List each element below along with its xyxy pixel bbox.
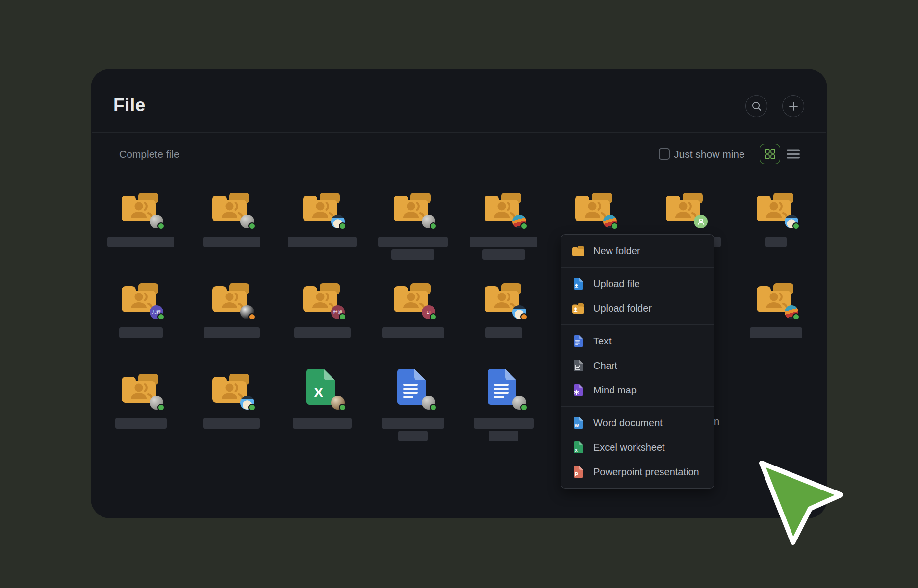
presence-dot: [430, 404, 437, 411]
owner-avatar: [694, 215, 708, 228]
file-grid-item[interactable]: [470, 190, 547, 264]
file-name-skeleton: [765, 237, 787, 247]
file-manager-window: File Complete file Just show mine: [91, 69, 827, 518]
file-grid-item[interactable]: 志程: [107, 281, 184, 354]
file-name-skeleton: [119, 327, 163, 338]
menu-item-label: Mind map: [593, 385, 637, 396]
menu-item-label: Word document: [593, 417, 663, 429]
file-grid-item[interactable]: [198, 190, 275, 264]
menu-item-chart[interactable]: Chart: [561, 353, 714, 378]
document-file-icon: [488, 369, 516, 405]
owner-avatar: [150, 215, 163, 228]
menu-item-text[interactable]: Text: [561, 329, 714, 353]
menu-item-label: Excel worksheet: [593, 442, 665, 453]
owner-avatar: [512, 305, 526, 319]
mind-map-icon: [572, 384, 585, 396]
presence-dot: [520, 222, 528, 230]
svg-text:X: X: [314, 385, 324, 400]
file-name-skeleton: [294, 327, 351, 338]
file-name-skeleton: [378, 237, 448, 247]
menu-item-label: Chart: [593, 360, 617, 371]
chart-icon: [572, 359, 585, 372]
menu-item-upload-file[interactable]: Upload file: [561, 271, 714, 296]
svg-text:w: w: [574, 422, 579, 428]
context-menu: New folder Upload file Upload folder Tex…: [561, 234, 714, 489]
upload-folder-icon: [572, 302, 585, 315]
presence-dot: [248, 404, 255, 411]
presence-dot: [611, 222, 618, 230]
excel-worksheet-icon: x: [572, 441, 585, 454]
menu-item-word-document[interactable]: w Word document: [561, 411, 714, 435]
file-name-skeleton: [288, 237, 357, 247]
upload-file-icon: [572, 277, 585, 290]
menu-item-mind-map[interactable]: Mind map: [561, 378, 714, 402]
menu-item-excel-worksheet[interactable]: x Excel worksheet: [561, 435, 714, 460]
presence-dot: [339, 404, 346, 411]
owner-avatar: [603, 215, 617, 228]
owner-avatar: [240, 215, 254, 228]
menu-item-new-folder[interactable]: New folder: [561, 239, 714, 263]
file-grid-item[interactable]: [107, 371, 184, 445]
presence-dot: [520, 313, 528, 320]
excel-file-icon: X: [306, 369, 335, 405]
menu-item-label: Upload folder: [593, 303, 652, 314]
file-name-skeleton: [489, 431, 518, 441]
file-grid-item[interactable]: X: [289, 371, 365, 445]
file-name-skeleton: [391, 249, 434, 260]
file-name-skeleton: [482, 249, 525, 260]
document-file-icon: [397, 369, 426, 405]
word-document-icon: w: [572, 416, 585, 429]
owner-avatar: [422, 396, 435, 410]
file-name-skeleton: [203, 237, 260, 247]
file-grid-item[interactable]: [380, 371, 456, 445]
file-grid-item[interactable]: LI: [380, 281, 456, 354]
file-name-skeleton: [382, 418, 444, 429]
svg-text:P: P: [575, 471, 578, 477]
file-grid-item[interactable]: [470, 281, 547, 354]
menu-item-upload-folder[interactable]: Upload folder: [561, 296, 714, 320]
file-name-skeleton: [398, 431, 428, 441]
obscured-item-name-fragment: n: [714, 416, 719, 427]
menu-item-label: New folder: [593, 245, 640, 257]
context-menu-group: Upload file Upload folder: [561, 267, 714, 324]
owner-avatar: [512, 396, 526, 410]
presence-dot: [248, 313, 255, 320]
file-grid-item[interactable]: [289, 190, 365, 264]
menu-item-powerpoint-presentation[interactable]: P Powerpoint presentation: [561, 460, 714, 484]
owner-avatar: [240, 305, 254, 319]
file-grid-item[interactable]: [107, 190, 184, 264]
owner-avatar: [240, 396, 254, 410]
text-icon: [572, 335, 585, 347]
owner-avatar: [422, 215, 435, 228]
owner-avatar: 志程: [150, 305, 163, 319]
context-menu-group: New folder: [561, 235, 714, 267]
file-grid-item[interactable]: [198, 371, 275, 445]
owner-avatar: 世旭: [331, 305, 345, 319]
menu-item-label: Upload file: [593, 278, 640, 290]
mouse-cursor: [740, 443, 858, 556]
desktop-background: File Complete file Just show mine: [0, 0, 918, 588]
file-grid-item[interactable]: [198, 281, 275, 354]
file-grid-item[interactable]: [742, 281, 819, 354]
presence-dot: [248, 222, 255, 230]
file-grid-item[interactable]: [380, 190, 456, 264]
presence-dot: [157, 313, 165, 320]
context-menu-group: Text Chart Mind map: [561, 324, 714, 406]
owner-avatar: [512, 215, 526, 228]
file-name-skeleton: [474, 418, 534, 429]
owner-avatar: [785, 305, 798, 319]
presence-dot: [430, 313, 437, 320]
owner-avatar: [150, 396, 163, 410]
presence-dot: [157, 222, 165, 230]
file-grid-item[interactable]: 世旭: [289, 281, 365, 354]
new-folder-icon: [572, 245, 585, 257]
file-grid-item[interactable]: [742, 190, 819, 264]
presence-dot: [792, 222, 800, 230]
file-name-skeleton: [203, 418, 260, 429]
presence-dot: [339, 222, 346, 230]
context-menu-group: w Word document x Excel worksheet P Powe…: [561, 406, 714, 488]
file-grid-item[interactable]: [470, 371, 547, 445]
file-name-skeleton: [382, 327, 444, 338]
menu-item-label: Powerpoint presentation: [593, 466, 699, 478]
file-name-skeleton: [107, 237, 174, 247]
